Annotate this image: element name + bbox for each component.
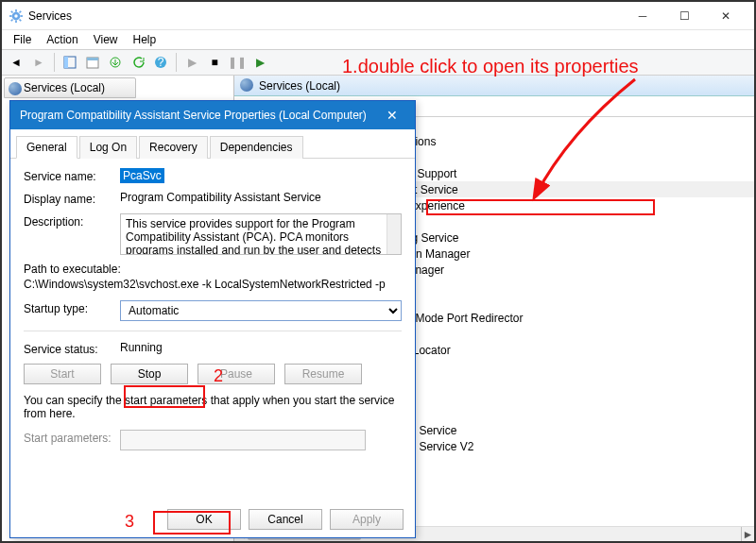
label-service-status: Service status:	[24, 341, 120, 356]
close-button[interactable]: ✕	[705, 3, 747, 29]
annotation-3: 3	[125, 512, 134, 532]
description-scrollbar[interactable]	[387, 214, 401, 254]
value-path: C:\Windows\system32\svchost.exe -k Local…	[24, 278, 402, 291]
stop-button[interactable]: ■	[204, 52, 225, 73]
minimize-button[interactable]: ─	[622, 3, 663, 29]
nav-back-button[interactable]: ◄	[6, 52, 26, 73]
dialog-close-button[interactable]: ✕	[379, 102, 405, 128]
svg-rect-13	[87, 58, 98, 60]
menu-action[interactable]: Action	[39, 31, 85, 48]
help-button[interactable]: ?	[150, 52, 171, 73]
play-button[interactable]: ▶	[181, 52, 202, 73]
start-params-hint: You can specify the start parameters tha…	[24, 394, 402, 420]
refresh-button[interactable]	[128, 52, 148, 73]
menu-view[interactable]: View	[86, 31, 126, 48]
list-header-title: Services (Local)	[234, 76, 754, 96]
startup-type-select[interactable]: Automatic	[120, 300, 402, 321]
dialog-titlebar[interactable]: Program Compatibility Assistant Service …	[10, 101, 415, 129]
value-service-status: Running	[120, 341, 402, 354]
start-button: Start	[24, 364, 101, 384]
menu-help[interactable]: Help	[126, 31, 164, 48]
highlight-service-row	[426, 199, 655, 215]
dialog-tabs: General Log On Recovery Dependencies	[10, 129, 415, 159]
label-service-name: Service name:	[24, 168, 120, 183]
pause-button[interactable]: ❚❚	[227, 52, 248, 73]
scroll-right-icon[interactable]: ►	[741, 527, 754, 542]
start-params-input	[120, 430, 366, 450]
description-box[interactable]: This service provides support for the Pr…	[120, 213, 402, 255]
maximize-button[interactable]: ☐	[663, 3, 705, 29]
label-path: Path to executable:	[24, 263, 402, 276]
svg-line-8	[20, 10, 22, 12]
svg-point-1	[14, 14, 18, 18]
nav-forward-button[interactable]: ►	[28, 52, 49, 73]
pause-button: Pause	[198, 364, 275, 384]
svg-rect-11	[64, 57, 68, 68]
services-icon	[9, 9, 23, 23]
svg-text:?: ?	[158, 56, 164, 69]
dialog-title: Program Compatibility Assistant Service …	[20, 109, 379, 122]
tab-logon[interactable]: Log On	[79, 136, 137, 159]
apply-button: Apply	[330, 509, 404, 530]
show-hide-tree-button[interactable]	[60, 52, 80, 73]
service-properties-dialog: Program Compatibility Assistant Service …	[9, 100, 416, 538]
highlight-stop-button	[124, 385, 205, 408]
label-startup-type: Startup type:	[24, 300, 120, 315]
label-display-name: Display name:	[24, 191, 120, 206]
menu-file[interactable]: File	[6, 31, 39, 48]
label-start-params: Start parameters:	[24, 430, 120, 445]
window-title: Services	[28, 9, 622, 23]
window-titlebar: Services ─ ☐ ✕	[2, 2, 754, 30]
resume-button: Resume	[284, 364, 362, 384]
tree-node-services-local[interactable]: Services (Local)	[4, 77, 136, 98]
cancel-button[interactable]: Cancel	[249, 509, 322, 530]
svg-line-7	[20, 19, 22, 21]
menubar: File Action View Help	[2, 30, 754, 49]
properties-button[interactable]	[82, 52, 103, 73]
annotation-1: 1.double click to open its properties	[342, 56, 639, 77]
annotation-2: 2	[214, 366, 223, 386]
restart-button[interactable]: ▶	[249, 52, 270, 73]
stop-button[interactable]: Stop	[111, 364, 188, 384]
export-button[interactable]	[105, 52, 126, 73]
value-display-name: Program Compatibility Assistant Service	[120, 191, 402, 204]
tab-general[interactable]: General	[16, 136, 77, 159]
highlight-ok-button	[153, 511, 231, 535]
svg-line-9	[11, 19, 13, 21]
value-service-name: PcaSvc	[120, 168, 164, 183]
label-description: Description:	[24, 213, 120, 229]
tab-dependencies[interactable]: Dependencies	[210, 136, 303, 159]
tab-recovery[interactable]: Recovery	[139, 136, 208, 159]
svg-line-6	[11, 10, 13, 12]
